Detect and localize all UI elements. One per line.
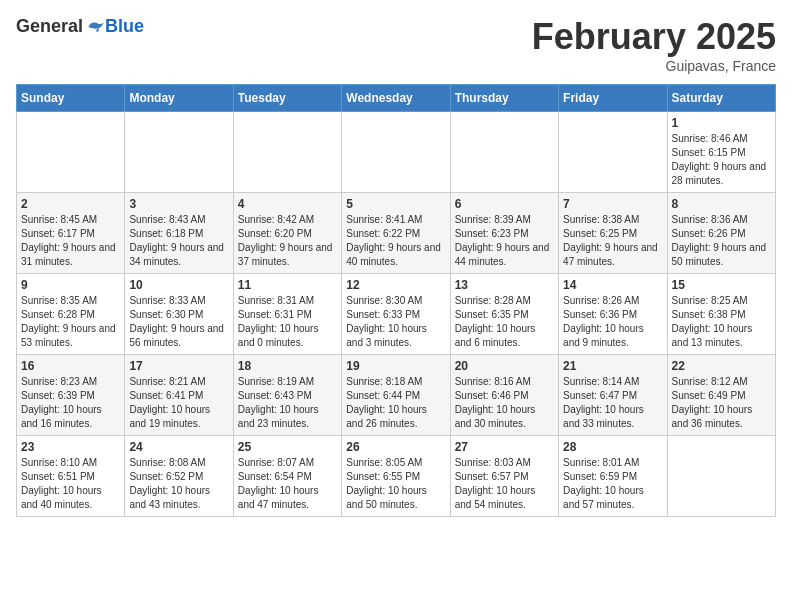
calendar-cell: 18Sunrise: 8:19 AM Sunset: 6:43 PM Dayli… [233, 355, 341, 436]
calendar-cell: 22Sunrise: 8:12 AM Sunset: 6:49 PM Dayli… [667, 355, 775, 436]
calendar-cell: 7Sunrise: 8:38 AM Sunset: 6:25 PM Daylig… [559, 193, 667, 274]
day-number: 14 [563, 278, 662, 292]
calendar-cell [450, 112, 558, 193]
day-number: 25 [238, 440, 337, 454]
day-info: Sunrise: 8:12 AM Sunset: 6:49 PM Dayligh… [672, 375, 771, 431]
day-number: 26 [346, 440, 445, 454]
logo-blue-text: Blue [105, 16, 144, 37]
calendar-cell: 4Sunrise: 8:42 AM Sunset: 6:20 PM Daylig… [233, 193, 341, 274]
day-info: Sunrise: 8:41 AM Sunset: 6:22 PM Dayligh… [346, 213, 445, 269]
day-number: 7 [563, 197, 662, 211]
calendar-cell: 19Sunrise: 8:18 AM Sunset: 6:44 PM Dayli… [342, 355, 450, 436]
calendar-cell: 6Sunrise: 8:39 AM Sunset: 6:23 PM Daylig… [450, 193, 558, 274]
day-number: 21 [563, 359, 662, 373]
day-info: Sunrise: 8:28 AM Sunset: 6:35 PM Dayligh… [455, 294, 554, 350]
calendar-week-row: 2Sunrise: 8:45 AM Sunset: 6:17 PM Daylig… [17, 193, 776, 274]
calendar-cell [667, 436, 775, 517]
day-info: Sunrise: 8:33 AM Sunset: 6:30 PM Dayligh… [129, 294, 228, 350]
day-info: Sunrise: 8:01 AM Sunset: 6:59 PM Dayligh… [563, 456, 662, 512]
day-number: 10 [129, 278, 228, 292]
day-info: Sunrise: 8:03 AM Sunset: 6:57 PM Dayligh… [455, 456, 554, 512]
day-number: 22 [672, 359, 771, 373]
day-number: 19 [346, 359, 445, 373]
logo-bird-icon [85, 17, 105, 37]
day-info: Sunrise: 8:30 AM Sunset: 6:33 PM Dayligh… [346, 294, 445, 350]
day-info: Sunrise: 8:16 AM Sunset: 6:46 PM Dayligh… [455, 375, 554, 431]
day-info: Sunrise: 8:39 AM Sunset: 6:23 PM Dayligh… [455, 213, 554, 269]
month-title: February 2025 [532, 16, 776, 58]
calendar-week-row: 16Sunrise: 8:23 AM Sunset: 6:39 PM Dayli… [17, 355, 776, 436]
day-info: Sunrise: 8:05 AM Sunset: 6:55 PM Dayligh… [346, 456, 445, 512]
day-info: Sunrise: 8:10 AM Sunset: 6:51 PM Dayligh… [21, 456, 120, 512]
calendar-cell: 23Sunrise: 8:10 AM Sunset: 6:51 PM Dayli… [17, 436, 125, 517]
location-text: Guipavas, France [532, 58, 776, 74]
day-number: 28 [563, 440, 662, 454]
day-info: Sunrise: 8:18 AM Sunset: 6:44 PM Dayligh… [346, 375, 445, 431]
day-info: Sunrise: 8:35 AM Sunset: 6:28 PM Dayligh… [21, 294, 120, 350]
calendar-week-row: 1Sunrise: 8:46 AM Sunset: 6:15 PM Daylig… [17, 112, 776, 193]
day-of-week-header: Friday [559, 85, 667, 112]
title-section: February 2025 Guipavas, France [532, 16, 776, 74]
day-of-week-header: Monday [125, 85, 233, 112]
day-number: 3 [129, 197, 228, 211]
calendar-cell: 21Sunrise: 8:14 AM Sunset: 6:47 PM Dayli… [559, 355, 667, 436]
day-number: 16 [21, 359, 120, 373]
page-header: General Blue February 2025 Guipavas, Fra… [16, 16, 776, 74]
day-of-week-header: Thursday [450, 85, 558, 112]
day-info: Sunrise: 8:14 AM Sunset: 6:47 PM Dayligh… [563, 375, 662, 431]
calendar-cell: 20Sunrise: 8:16 AM Sunset: 6:46 PM Dayli… [450, 355, 558, 436]
calendar-header-row: SundayMondayTuesdayWednesdayThursdayFrid… [17, 85, 776, 112]
day-number: 4 [238, 197, 337, 211]
day-of-week-header: Wednesday [342, 85, 450, 112]
calendar-week-row: 23Sunrise: 8:10 AM Sunset: 6:51 PM Dayli… [17, 436, 776, 517]
calendar-table: SundayMondayTuesdayWednesdayThursdayFrid… [16, 84, 776, 517]
calendar-week-row: 9Sunrise: 8:35 AM Sunset: 6:28 PM Daylig… [17, 274, 776, 355]
day-number: 12 [346, 278, 445, 292]
calendar-cell: 28Sunrise: 8:01 AM Sunset: 6:59 PM Dayli… [559, 436, 667, 517]
day-info: Sunrise: 8:42 AM Sunset: 6:20 PM Dayligh… [238, 213, 337, 269]
day-number: 23 [21, 440, 120, 454]
logo: General Blue [16, 16, 144, 37]
day-info: Sunrise: 8:26 AM Sunset: 6:36 PM Dayligh… [563, 294, 662, 350]
day-number: 11 [238, 278, 337, 292]
calendar-cell: 8Sunrise: 8:36 AM Sunset: 6:26 PM Daylig… [667, 193, 775, 274]
day-number: 13 [455, 278, 554, 292]
day-info: Sunrise: 8:21 AM Sunset: 6:41 PM Dayligh… [129, 375, 228, 431]
day-number: 17 [129, 359, 228, 373]
day-number: 2 [21, 197, 120, 211]
day-number: 5 [346, 197, 445, 211]
calendar-cell: 10Sunrise: 8:33 AM Sunset: 6:30 PM Dayli… [125, 274, 233, 355]
calendar-cell [17, 112, 125, 193]
day-info: Sunrise: 8:46 AM Sunset: 6:15 PM Dayligh… [672, 132, 771, 188]
day-info: Sunrise: 8:08 AM Sunset: 6:52 PM Dayligh… [129, 456, 228, 512]
calendar-cell [233, 112, 341, 193]
day-info: Sunrise: 8:36 AM Sunset: 6:26 PM Dayligh… [672, 213, 771, 269]
calendar-cell: 13Sunrise: 8:28 AM Sunset: 6:35 PM Dayli… [450, 274, 558, 355]
calendar-cell [342, 112, 450, 193]
day-number: 15 [672, 278, 771, 292]
day-number: 6 [455, 197, 554, 211]
calendar-cell: 2Sunrise: 8:45 AM Sunset: 6:17 PM Daylig… [17, 193, 125, 274]
calendar-cell: 3Sunrise: 8:43 AM Sunset: 6:18 PM Daylig… [125, 193, 233, 274]
day-number: 8 [672, 197, 771, 211]
calendar-cell: 1Sunrise: 8:46 AM Sunset: 6:15 PM Daylig… [667, 112, 775, 193]
day-number: 18 [238, 359, 337, 373]
day-number: 1 [672, 116, 771, 130]
logo-general-text: General [16, 16, 83, 37]
calendar-cell: 17Sunrise: 8:21 AM Sunset: 6:41 PM Dayli… [125, 355, 233, 436]
calendar-cell: 9Sunrise: 8:35 AM Sunset: 6:28 PM Daylig… [17, 274, 125, 355]
day-of-week-header: Tuesday [233, 85, 341, 112]
calendar-cell: 16Sunrise: 8:23 AM Sunset: 6:39 PM Dayli… [17, 355, 125, 436]
calendar-cell: 15Sunrise: 8:25 AM Sunset: 6:38 PM Dayli… [667, 274, 775, 355]
day-number: 9 [21, 278, 120, 292]
calendar-cell: 11Sunrise: 8:31 AM Sunset: 6:31 PM Dayli… [233, 274, 341, 355]
day-info: Sunrise: 8:38 AM Sunset: 6:25 PM Dayligh… [563, 213, 662, 269]
day-info: Sunrise: 8:25 AM Sunset: 6:38 PM Dayligh… [672, 294, 771, 350]
day-info: Sunrise: 8:31 AM Sunset: 6:31 PM Dayligh… [238, 294, 337, 350]
day-info: Sunrise: 8:23 AM Sunset: 6:39 PM Dayligh… [21, 375, 120, 431]
calendar-cell [125, 112, 233, 193]
calendar-cell: 27Sunrise: 8:03 AM Sunset: 6:57 PM Dayli… [450, 436, 558, 517]
calendar-cell: 14Sunrise: 8:26 AM Sunset: 6:36 PM Dayli… [559, 274, 667, 355]
day-number: 20 [455, 359, 554, 373]
day-info: Sunrise: 8:19 AM Sunset: 6:43 PM Dayligh… [238, 375, 337, 431]
